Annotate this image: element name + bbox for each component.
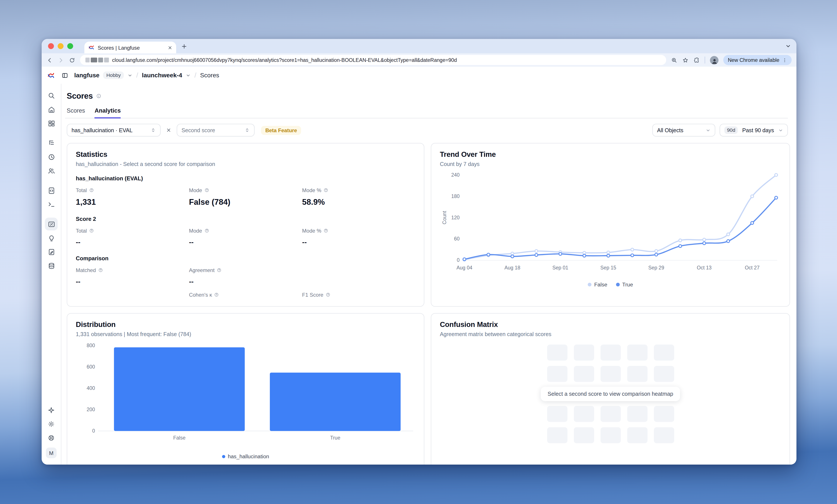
extensions-icon[interactable] bbox=[694, 57, 700, 63]
upgrade-icon[interactable] bbox=[48, 406, 55, 414]
support-icon[interactable] bbox=[48, 434, 55, 442]
page-title: Scores bbox=[67, 91, 93, 100]
chrome-update-button[interactable]: New Chrome available bbox=[724, 55, 792, 65]
heatmap-placeholder-cell bbox=[547, 406, 567, 422]
heatmap-placeholder-cell bbox=[654, 406, 674, 422]
score1-select[interactable]: has_hallucination · EVAL bbox=[67, 124, 161, 136]
svg-text:800: 800 bbox=[87, 342, 95, 348]
tab-search-chevron-icon[interactable] bbox=[785, 43, 791, 49]
sidebar-item-sessions[interactable] bbox=[44, 150, 58, 164]
user-avatar[interactable]: M bbox=[46, 448, 57, 458]
svg-text:60: 60 bbox=[454, 236, 460, 242]
profile-avatar[interactable] bbox=[710, 56, 719, 64]
tab-scores[interactable]: Scores bbox=[67, 107, 85, 118]
sidebar-item-annotation[interactable] bbox=[44, 245, 58, 259]
org-name[interactable]: langfuse bbox=[74, 72, 100, 78]
heatmap-placeholder-cell bbox=[547, 366, 567, 382]
legend-item-has_hallucination[interactable]: has_hallucination bbox=[222, 453, 269, 459]
sidebar-item-home[interactable] bbox=[44, 102, 58, 116]
metric-agreement: Agreement -- bbox=[189, 267, 302, 285]
svg-text:120: 120 bbox=[451, 215, 460, 220]
langfuse-app: langfuse Hobby / launchweek-4 / Scores M bbox=[42, 67, 797, 465]
beta-feature-badge: Beta Feature bbox=[261, 126, 301, 135]
help-icon[interactable] bbox=[214, 292, 219, 297]
address-bar[interactable]: cloud.langfuse.com/project/cmhnuoj660070… bbox=[80, 55, 666, 65]
metric-total: Total 1,331 bbox=[76, 187, 189, 206]
reload-button[interactable] bbox=[69, 57, 75, 63]
sidebar-item-search[interactable] bbox=[44, 89, 58, 102]
new-tab-button[interactable] bbox=[181, 43, 187, 49]
forward-button[interactable] bbox=[57, 57, 64, 63]
app-header: langfuse Hobby / launchweek-4 / Scores bbox=[42, 67, 797, 83]
info-icon[interactable] bbox=[96, 93, 101, 98]
svg-text:Sep 01: Sep 01 bbox=[552, 265, 568, 270]
toolbar-right-cluster: New Chrome available bbox=[671, 55, 792, 65]
sidebar-toggle-icon[interactable] bbox=[61, 72, 68, 79]
help-icon[interactable] bbox=[325, 292, 330, 297]
bookmark-star-icon[interactable] bbox=[682, 57, 689, 63]
project-chevron-icon[interactable] bbox=[186, 73, 191, 77]
sidebar-item-prompts[interactable] bbox=[44, 183, 58, 197]
sidebar-item-datasets[interactable] bbox=[44, 259, 58, 273]
score2-select[interactable]: Second score bbox=[177, 124, 255, 136]
langfuse-logo-icon bbox=[47, 71, 55, 79]
metric-value: -- bbox=[302, 302, 415, 307]
help-icon[interactable] bbox=[89, 228, 94, 233]
heatmap-placeholder-cell bbox=[547, 427, 567, 443]
clear-score-button[interactable] bbox=[165, 127, 173, 133]
back-button[interactable] bbox=[47, 57, 53, 63]
sidebar-item-scores[interactable] bbox=[45, 218, 58, 230]
legend-item-true[interactable]: True bbox=[616, 282, 633, 287]
trend-line-chart[interactable]: 060120180240CountAug 04Aug 18Sep 01Sep 1… bbox=[440, 169, 780, 275]
distribution-bar-chart[interactable]: 0200400600800FalseTrue bbox=[76, 340, 416, 445]
metric-label: Agreement bbox=[189, 267, 214, 273]
sidebar-item-users[interactable] bbox=[44, 164, 58, 178]
cards-grid: Statistics has_hallucination - Select a … bbox=[65, 143, 788, 465]
objects-filter-select[interactable]: All Objects bbox=[653, 124, 715, 136]
dashboards-icon bbox=[47, 119, 55, 127]
help-icon[interactable] bbox=[323, 188, 328, 192]
date-range-select[interactable]: 90d Past 90 days bbox=[719, 124, 788, 136]
metric-mode2: Mode -- bbox=[189, 228, 302, 246]
plan-badge[interactable]: Hobby bbox=[103, 71, 124, 79]
help-icon[interactable] bbox=[204, 228, 209, 233]
metric-value: -- bbox=[189, 238, 302, 246]
heatmap-placeholder-cell bbox=[600, 406, 621, 422]
heatmap-placeholder-cell bbox=[547, 344, 567, 360]
settings-icon[interactable] bbox=[48, 421, 55, 428]
zoom-icon[interactable] bbox=[671, 57, 678, 63]
svg-text:240: 240 bbox=[451, 172, 460, 178]
trend-subtitle: Count by 7 days bbox=[440, 161, 781, 167]
heatmap-placeholder-cell bbox=[600, 427, 621, 443]
metric-value: -- bbox=[302, 238, 415, 246]
site-info-redacted bbox=[86, 57, 109, 62]
metric-cohens-kappa: Cohen's κ -- bbox=[189, 292, 302, 307]
sidebar-item-tracing[interactable] bbox=[44, 136, 58, 150]
sidebar-item-evaluation[interactable] bbox=[44, 231, 58, 245]
help-icon[interactable] bbox=[204, 188, 209, 192]
filter-bar: has_hallucination · EVAL Second score Be… bbox=[65, 124, 788, 136]
legend-item-false[interactable]: False bbox=[588, 282, 607, 287]
sidebar-item-playground[interactable] bbox=[44, 197, 58, 211]
help-icon[interactable] bbox=[217, 268, 221, 273]
trend-legend: FalseTrue bbox=[440, 282, 781, 287]
tab-analytics[interactable]: Analytics bbox=[94, 107, 121, 118]
help-icon[interactable] bbox=[98, 268, 103, 273]
metric-value: 58.9% bbox=[302, 197, 415, 206]
metric-value: -- bbox=[189, 277, 302, 285]
project-name[interactable]: launchweek-4 bbox=[142, 72, 182, 78]
help-icon[interactable] bbox=[89, 188, 94, 192]
confusion-matrix-card: Confusion Matrix Agreement matrix betwee… bbox=[431, 313, 790, 465]
org-chevron-icon[interactable] bbox=[128, 73, 132, 77]
window-zoom-button[interactable] bbox=[67, 43, 73, 49]
close-tab-icon[interactable] bbox=[167, 45, 173, 50]
metric-label: Mode bbox=[189, 228, 202, 234]
browser-tab-active[interactable]: Scores | Langfuse bbox=[84, 42, 176, 53]
sidebar-item-dashboards[interactable] bbox=[44, 116, 58, 130]
prompts-icon bbox=[47, 186, 55, 194]
window-close-button[interactable] bbox=[48, 43, 54, 49]
browser-menu-icon[interactable] bbox=[782, 57, 787, 62]
window-minimize-button[interactable] bbox=[57, 43, 64, 49]
help-icon[interactable] bbox=[323, 228, 328, 233]
breadcrumb-separator: / bbox=[136, 71, 138, 79]
